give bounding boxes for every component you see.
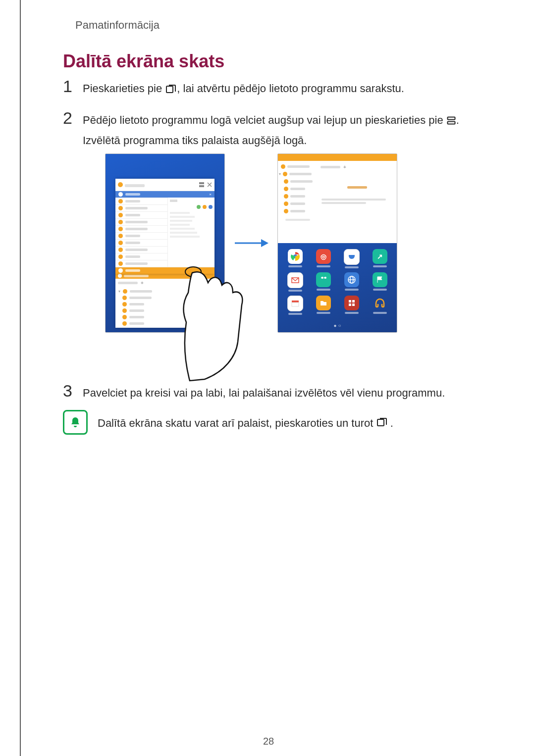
figure-right-screen: ▾ + <box>277 153 397 333</box>
svg-rect-19 <box>352 303 355 306</box>
step-2-number: 2 <box>63 109 83 126</box>
step-3: 3 Pavelciet pa kreisi vai pa labi, lai p… <box>63 384 494 402</box>
svg-rect-14 <box>292 301 299 302</box>
hand-gesture-icon <box>177 258 242 372</box>
split-view-icon <box>447 112 456 131</box>
svg-marker-7 <box>261 239 268 247</box>
step-3-number: 3 <box>63 382 83 399</box>
recent-apps-icon <box>165 81 176 99</box>
step-1: 1 Pieskarieties pie , lai atvērtu pēdējo… <box>63 79 494 99</box>
svg-rect-3 <box>199 182 204 184</box>
svg-rect-2 <box>447 122 455 124</box>
svg-rect-1 <box>447 117 455 120</box>
galaxy-apps-icon <box>344 249 360 265</box>
step-1-text: Pieskarieties pie , lai atvērtu pēdējo l… <box>83 79 404 99</box>
svg-rect-17 <box>352 300 355 302</box>
step-2-text: Pēdējo lietoto programmu logā velciet au… <box>83 111 459 150</box>
hangouts-icon <box>316 272 331 287</box>
section-title: Dalītā ekrāna skats <box>63 51 224 72</box>
note-callout: Dalītā ekrāna skatu varat arī palaist, p… <box>63 410 494 435</box>
app-icon-grid <box>344 296 359 310</box>
step-3-text: Pavelciet pa kreisi vai pa labi, lai pal… <box>83 384 445 402</box>
svg-rect-15 <box>292 302 299 306</box>
recent-apps-icon <box>376 417 390 429</box>
app-icon-flag <box>373 272 387 287</box>
figure-split-screen: × <box>105 153 412 333</box>
step-1-number: 1 <box>63 78 83 95</box>
svg-rect-20 <box>377 419 384 426</box>
page-number: 28 <box>1 736 535 747</box>
bell-icon <box>63 410 88 435</box>
svg-rect-4 <box>199 185 204 187</box>
arrow-right-icon <box>234 236 268 251</box>
app-icon-arrow: ↗ <box>373 249 387 264</box>
svg-rect-18 <box>349 303 351 306</box>
app-grid: ◎ ↗ <box>283 249 392 315</box>
browser-icon <box>344 272 359 287</box>
split-and-close-icons <box>199 182 212 187</box>
files-icon <box>316 296 331 310</box>
chrome-icon <box>288 249 303 264</box>
calendar-icon <box>287 296 303 311</box>
figure-left-screen: × <box>105 153 225 333</box>
svg-rect-16 <box>349 300 351 302</box>
step-2: 2 Pēdējo lietoto programmu logā velciet … <box>63 111 494 150</box>
app-icon-red: ◎ <box>316 249 331 264</box>
page-indicator: ● ○ <box>278 323 397 328</box>
svg-rect-0 <box>166 86 173 93</box>
running-head: Pamatinformācija <box>75 19 160 32</box>
note-text: Dalītā ekrāna skatu varat arī palaist, p… <box>98 410 393 432</box>
headphones-icon <box>373 296 387 310</box>
gmail-icon <box>287 272 303 288</box>
